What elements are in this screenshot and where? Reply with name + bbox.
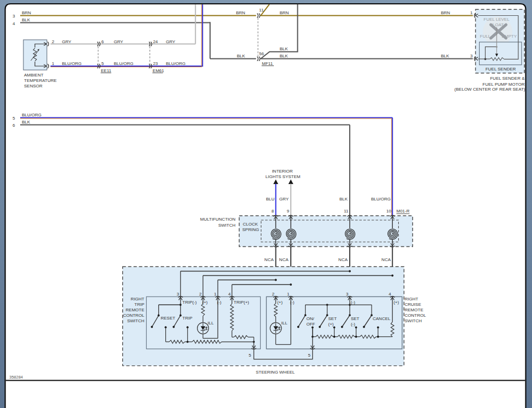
svg-text:AMBIENT: AMBIENT: [24, 73, 44, 78]
svg-text:SET: SET: [328, 316, 337, 321]
svg-text:BRN: BRN: [22, 10, 31, 15]
svg-text:MF11: MF11: [262, 61, 273, 66]
svg-text:SPRING: SPRING: [242, 227, 259, 232]
svg-text:3: 3: [13, 14, 15, 19]
svg-text:1: 1: [214, 292, 217, 297]
svg-text:(-): (-): [351, 322, 355, 327]
svg-text:BLK: BLK: [441, 54, 450, 58]
svg-text:CRUISE: CRUISE: [405, 302, 421, 307]
svg-text:4: 4: [13, 21, 15, 26]
svg-text:SWITCH: SWITCH: [127, 318, 145, 323]
svg-text:5: 5: [308, 353, 311, 358]
svg-text:1: 1: [52, 61, 55, 66]
svg-text:11: 11: [259, 8, 264, 13]
svg-text:CONTROL: CONTROL: [405, 313, 427, 318]
svg-text:BRN: BRN: [236, 10, 246, 15]
svg-text:FUEL SENDER: FUEL SENDER: [486, 67, 516, 72]
svg-text:GRY: GRY: [62, 39, 72, 44]
svg-text:1: 1: [287, 292, 290, 297]
svg-text:358284: 358284: [9, 375, 23, 380]
svg-text:CLOCK: CLOCK: [243, 222, 258, 227]
svg-text:BLK: BLK: [237, 54, 246, 58]
svg-text:M01-R: M01-R: [397, 209, 410, 214]
svg-text:FUEL PUMP MOTOR: FUEL PUMP MOTOR: [482, 82, 524, 87]
svg-text:2: 2: [199, 292, 202, 297]
svg-text:NCA: NCA: [381, 257, 391, 262]
svg-text:4: 4: [388, 292, 391, 297]
svg-text:6: 6: [101, 39, 104, 44]
svg-text:FLOAT: FLOAT: [490, 22, 504, 27]
svg-text:BLK: BLK: [280, 46, 289, 51]
svg-text:GRY: GRY: [114, 39, 124, 44]
svg-text:BLU/ORG: BLU/ORG: [22, 113, 41, 117]
svg-text:8: 8: [272, 209, 274, 214]
svg-text:TEMPERATURE: TEMPERATURE: [24, 78, 57, 83]
svg-text:4: 4: [228, 292, 231, 297]
svg-text:REMOTE: REMOTE: [125, 308, 144, 312]
svg-text:1: 1: [470, 10, 473, 15]
svg-text:ON/: ON/: [307, 316, 315, 321]
svg-text:5: 5: [101, 61, 104, 66]
svg-text:ILL: ILL: [282, 321, 288, 326]
svg-text:23: 23: [153, 61, 158, 66]
svg-text:3: 3: [177, 292, 180, 297]
svg-text:10: 10: [386, 209, 391, 214]
svg-text:CANCEL: CANCEL: [373, 316, 391, 321]
svg-text:6: 6: [13, 123, 15, 128]
svg-text:MULTIFUNCTION: MULTIFUNCTION: [200, 217, 236, 222]
svg-text:TRIP: TRIP: [182, 316, 192, 321]
svg-text:(+): (+): [393, 300, 399, 305]
svg-text:INTERIOR: INTERIOR: [272, 169, 292, 174]
svg-text:2: 2: [272, 292, 274, 297]
svg-text:9: 9: [287, 209, 290, 214]
svg-text:LIGHTS SYSTEM: LIGHTS SYSTEM: [265, 174, 300, 179]
svg-text:SENSOR: SENSOR: [24, 84, 43, 88]
svg-text:RESET: RESET: [161, 316, 176, 321]
svg-text:BLU: BLU: [266, 197, 274, 202]
svg-text:NCA: NCA: [279, 257, 289, 262]
svg-text:BLU/ORG: BLU/ORG: [62, 61, 82, 66]
svg-text:2: 2: [52, 39, 55, 44]
svg-text:3: 3: [470, 54, 473, 58]
svg-text:5: 5: [13, 116, 15, 121]
svg-text:BRN: BRN: [441, 10, 450, 15]
svg-text:OFF: OFF: [307, 322, 315, 327]
svg-text:56: 56: [259, 51, 264, 56]
svg-text:GRY: GRY: [166, 39, 176, 44]
svg-text:BLK: BLK: [22, 120, 31, 125]
svg-text:TRIP: TRIP: [134, 302, 144, 307]
svg-text:EM61: EM61: [153, 68, 164, 73]
svg-text:FUEL LEVEL: FUEL LEVEL: [483, 17, 510, 22]
svg-text:STEERING WHEEL: STEERING WHEEL: [256, 370, 295, 375]
svg-text:BLK: BLK: [280, 54, 289, 58]
svg-text:(+): (+): [328, 322, 334, 327]
svg-text:5: 5: [249, 353, 252, 358]
svg-text:BLK: BLK: [22, 17, 31, 22]
svg-text:TRIP(+): TRIP(+): [234, 300, 249, 305]
svg-text:NCA: NCA: [265, 257, 274, 262]
svg-text:BRN: BRN: [280, 10, 289, 15]
svg-text:TRIP(-): TRIP(-): [182, 300, 197, 305]
svg-text:REMOTE: REMOTE: [405, 308, 423, 312]
svg-text:NCA: NCA: [338, 257, 348, 262]
svg-text:SWITCH: SWITCH: [405, 318, 422, 323]
svg-text:RIGHT: RIGHT: [405, 297, 419, 301]
svg-text:GRY: GRY: [279, 197, 289, 202]
svg-text:(+): (+): [277, 300, 283, 305]
svg-text:RIGHT: RIGHT: [131, 297, 145, 301]
svg-text:3: 3: [346, 292, 349, 297]
svg-text:ILL: ILL: [208, 321, 214, 326]
svg-text:EMPTY: EMPTY: [502, 34, 517, 39]
svg-text:EE11: EE11: [101, 68, 112, 73]
svg-text:BLK: BLK: [339, 197, 348, 202]
svg-text:11: 11: [344, 209, 349, 214]
svg-text:FUEL SENDER &: FUEL SENDER &: [490, 76, 525, 81]
svg-text:BLU/ORG: BLU/ORG: [166, 61, 186, 66]
svg-text:CONTROL: CONTROL: [123, 313, 145, 318]
svg-text:BLU/ORG: BLU/ORG: [371, 197, 391, 202]
svg-text:(BELOW CENTER OF REAR SEAT): (BELOW CENTER OF REAR SEAT): [455, 87, 525, 92]
svg-text:(-): (-): [351, 300, 355, 305]
svg-text:BLU/ORG: BLU/ORG: [114, 61, 134, 66]
svg-text:FULL: FULL: [480, 34, 491, 39]
svg-text:SET: SET: [351, 316, 360, 321]
